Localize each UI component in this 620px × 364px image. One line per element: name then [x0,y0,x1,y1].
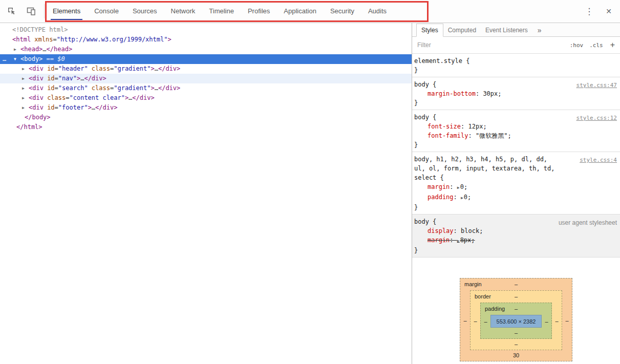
margin-left-value[interactable]: – [460,317,470,324]
element-classes-button[interactable]: .cls [589,42,603,49]
dom-node[interactable]: ▶<div id="header" class="gradient">…</di… [0,64,412,74]
border-top-value[interactable]: – [515,293,518,299]
padding-right-value[interactable]: – [542,318,551,325]
rule-selector: body { [414,81,436,88]
tab-profiles[interactable]: Profiles [248,0,270,23]
css-property-name[interactable]: margin-bottom [427,90,476,97]
css-property-name[interactable]: margin [427,237,450,244]
box-model-border: border – – padding – [470,290,562,350]
css-property[interactable]: font-size: 12px; [414,122,617,131]
css-property-value[interactable]: 30px [483,90,498,97]
expand-arrow-icon[interactable]: ▶ [22,64,25,74]
expand-shorthand-icon[interactable]: ▶ [457,239,460,243]
expand-arrow-icon[interactable]: ▶ [14,45,16,54]
expand-shorthand-icon[interactable]: ▶ [457,185,460,190]
device-toolbar-icon[interactable] [26,6,37,17]
css-property-name[interactable]: padding [427,194,454,201]
css-property[interactable]: margin-bottom: 30px; [414,89,617,98]
dom-token-val: "gradient" [114,65,151,72]
dom-node[interactable]: ▶<div id="nav">…</div> [0,74,412,83]
dom-token-val: "content clear" [70,94,125,101]
dom-token-attr: id [44,84,55,92]
box-model-padding: padding – – 553.600 × 2382 – [480,303,552,339]
dom-token-val: "search" [58,84,88,92]
dom-token-tag: <div [29,65,44,72]
sidebar-tab-event-listeners[interactable]: Event Listeners [481,24,532,36]
tab-sources[interactable]: Sources [133,0,157,23]
dom-node[interactable]: <!DOCTYPE html> [0,25,412,35]
styles-filter-input[interactable] [417,41,564,49]
margin-top-value[interactable]: – [515,281,518,287]
rule-selector-line: ul, ol, form, input, textarea, th, td, s… [414,164,617,182]
expand-arrow-icon[interactable]: ▼ [14,54,16,64]
toggle-element-state-button[interactable]: :hov [570,42,584,49]
padding-top-value[interactable]: – [515,306,518,312]
css-property-value[interactable]: 8px [460,237,472,244]
rule-closing-brace: } [414,246,617,255]
expand-arrow-icon[interactable]: ▶ [22,83,25,93]
css-property[interactable]: padding: ▶0; [414,192,617,203]
css-property-name[interactable]: display [427,227,454,234]
border-label: border [475,291,491,303]
style-rule: style.css:47body {margin-bottom: 30px;} [412,77,620,110]
css-property-value[interactable]: 12px [468,123,483,130]
tab-console[interactable]: Console [94,0,119,23]
stylesheet-link[interactable]: style.css:12 [576,114,617,123]
css-property-value[interactable]: 0 [464,194,467,201]
border-right-value[interactable]: – [552,318,562,324]
tab-audits[interactable]: Audits [368,0,387,23]
css-property[interactable]: margin: ▶8px; [414,235,617,246]
sidebar-tab-computed[interactable]: Computed [443,24,481,36]
dom-token-val: "header" [58,65,88,72]
new-style-rule-button[interactable]: + [610,41,615,49]
tab-security[interactable]: Security [330,0,354,23]
dom-node[interactable]: ▶<head>…</head> [0,45,412,54]
dom-node[interactable]: ▶<div class="content clear">…</div> [0,93,412,103]
css-property-value[interactable]: 0 [460,183,464,190]
expand-arrow-icon[interactable]: ▶ [22,93,25,103]
stylesheet-link[interactable]: style.css:4 [580,156,617,165]
tab-network[interactable]: Network [171,0,196,23]
tab-timeline[interactable]: Timeline [209,0,234,23]
dom-token-selref: == $0 [42,55,65,62]
dom-node[interactable]: </body> [0,113,412,122]
dom-node[interactable]: <html xmlns="http://www.w3.org/1999/xhtm… [0,35,412,45]
more-options-icon[interactable]: ⋮ [585,7,593,16]
dom-node[interactable]: </html> [0,122,412,132]
dom-token-val: "footer" [58,104,88,111]
margin-right-value[interactable]: – [562,317,572,324]
border-bottom-value[interactable]: – [515,341,518,347]
tab-application[interactable]: Application [284,0,316,23]
border-left-value[interactable]: – [471,318,480,324]
css-property[interactable]: margin: ▶0; [414,182,617,192]
padding-bottom-value[interactable]: – [515,330,518,336]
css-property[interactable]: font-family: "微软雅黑"; [414,131,617,140]
expand-arrow-icon[interactable]: ▶ [22,74,25,83]
padding-left-value[interactable]: – [481,318,490,325]
css-property-name[interactable]: font-size [427,123,461,130]
dom-node[interactable]: …▼<body> == $0 [0,54,412,64]
close-devtools-icon[interactable]: ✕ [606,8,612,15]
margin-bottom-value[interactable]: 30 [513,352,519,358]
dom-token-attr: xmlns [31,36,53,43]
inspect-element-icon[interactable] [6,6,17,17]
box-model-content[interactable]: 553.600 × 2382 [490,315,542,328]
css-property-name[interactable]: font-family [427,132,468,139]
tab-elements[interactable]: Elements [53,0,80,23]
toolbar-icon-group [6,6,37,17]
sidebar-tabs-overflow-icon[interactable]: » [538,26,542,36]
stylesheet-link[interactable]: style.css:47 [576,81,617,90]
css-property-value[interactable]: block [461,227,479,234]
style-rule: element.style {} [412,54,620,77]
dom-node[interactable]: ▶<div id="footer">…</div> [0,103,412,113]
css-property-value[interactable]: "微软雅黑" [476,132,507,139]
rule-selector-line: user agent stylesheetbody { [414,217,617,226]
css-property-name[interactable]: margin [427,183,450,190]
rule-selector: element.style { [414,57,469,65]
dom-token-tag: <div [29,84,44,92]
sidebar-tab-styles[interactable]: Styles [416,24,443,37]
expand-shorthand-icon[interactable]: ▶ [461,196,463,200]
css-property[interactable]: display: block; [414,226,617,235]
dom-node[interactable]: ▶<div id="search" class="gradient">…</di… [0,83,412,93]
expand-arrow-icon[interactable]: ▶ [22,103,25,113]
